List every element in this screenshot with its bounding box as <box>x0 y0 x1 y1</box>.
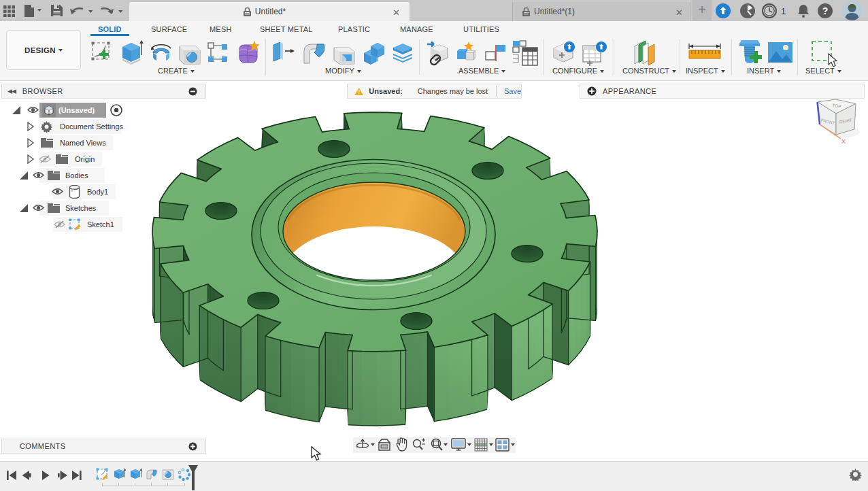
svg-text:X: X <box>841 138 846 145</box>
svg-text:?: ? <box>822 5 829 16</box>
